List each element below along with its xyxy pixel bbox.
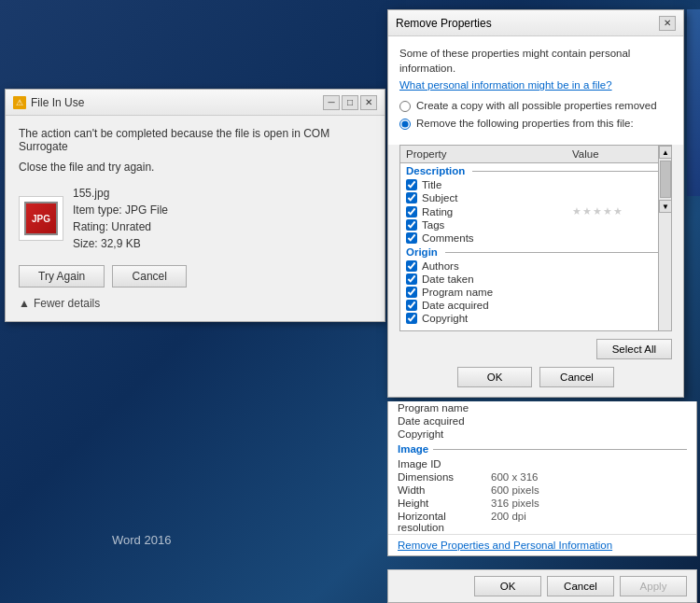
dimensions-label: Dimensions [398, 471, 491, 483]
option1-row: Create a copy with all possible properti… [399, 100, 672, 112]
titlebar-controls: ─ □ ✕ [323, 95, 377, 110]
dialog-sub: Close the file and try again. [19, 161, 371, 174]
remove-props-link[interactable]: Remove Properties and Personal Informati… [388, 534, 696, 555]
file-size: Size: 32,9 KB [73, 235, 168, 252]
rp-ok-button[interactable]: OK [457, 367, 532, 387]
prop-programname: Program name [422, 287, 572, 298]
table-row: Program name [400, 286, 671, 299]
remove-properties-dialog: Remove Properties ✕ Some of these proper… [387, 9, 684, 398]
file-type: Item type: JPG File [73, 202, 168, 218]
dialog-message: The action can't be completed because th… [19, 127, 371, 153]
file-info-row: JPG 155.jpg Item type: JPG File Rating: … [19, 185, 371, 252]
list-item: Image ID [388, 457, 696, 470]
rp-titlebar: Remove Properties ✕ [388, 10, 683, 36]
option1-label: Create a copy with all possible properti… [416, 100, 657, 111]
minimize-button[interactable]: ─ [323, 95, 340, 110]
rp-title: Remove Properties [396, 17, 492, 30]
authors-checkbox[interactable] [406, 260, 417, 272]
copyright-label: Copyright [398, 428, 491, 440]
list-item: Dimensions 600 x 316 [388, 470, 696, 484]
col-property: Property [406, 148, 572, 160]
list-item: Copyright [388, 428, 696, 441]
list-item: Height 316 pixels [388, 497, 696, 510]
col-value: Value [572, 148, 665, 160]
description-label: Description [406, 165, 465, 176]
programname-checkbox[interactable] [406, 287, 417, 298]
bottom-cancel-button[interactable]: Cancel [547, 576, 614, 596]
table-row: Date acquired [400, 299, 671, 312]
rp-action-buttons: OK Cancel [388, 367, 683, 397]
fewer-details-label: Fewer details [34, 297, 100, 310]
scrollbar-down[interactable]: ▼ [659, 200, 672, 213]
option2-radio[interactable] [399, 119, 411, 130]
prop-dateacquired: Date acquired [422, 300, 572, 311]
subject-checkbox[interactable] [406, 192, 417, 203]
collapse-icon: ▲ [19, 297, 30, 310]
scrollbar-up[interactable]: ▲ [659, 146, 672, 159]
table-header: Property Value [400, 146, 671, 163]
dimensions-value: 600 x 316 [491, 471, 539, 483]
dateacquired-checkbox[interactable] [406, 300, 417, 311]
option1-radio[interactable] [399, 101, 411, 112]
try-again-button[interactable]: Try Again [19, 265, 105, 287]
file-in-use-titlebar: ⚠ File In Use ─ □ ✕ [6, 90, 385, 116]
prop-datetaken: Date taken [422, 273, 572, 285]
width-label: Width [398, 484, 491, 496]
hresolution-value: 200 dpi [491, 511, 526, 533]
image-section-label: Image [398, 443, 428, 455]
imageid-label: Image ID [398, 458, 491, 470]
file-cancel-button[interactable]: Cancel [112, 265, 187, 287]
table-row: Tags [400, 218, 671, 231]
height-value: 316 pixels [491, 498, 539, 509]
star-rating: ★ ★ ★ ★ ★ [572, 205, 665, 217]
program-name-label: Program name [398, 402, 491, 414]
list-item: Program name [388, 401, 696, 414]
list-item: Horizontal resolution 200 dpi [388, 510, 696, 534]
fewer-details-button[interactable]: ▲ Fewer details [19, 297, 371, 310]
title-checkbox[interactable] [406, 179, 417, 190]
prop-authors: Authors [422, 260, 572, 272]
origin-section: Origin [400, 245, 671, 259]
width-value: 600 pixels [491, 484, 539, 496]
prop-comments: Comments [422, 232, 572, 244]
tags-checkbox[interactable] [406, 219, 417, 231]
table-row: Date taken [400, 273, 671, 286]
star1: ★ [572, 205, 581, 217]
rp-info-text: Some of these properties might contain p… [399, 46, 672, 76]
rating-checkbox[interactable] [406, 206, 417, 217]
description-line [472, 171, 665, 172]
title-left: ⚠ File In Use [13, 96, 84, 109]
warning-icon: ⚠ [13, 96, 26, 109]
origin-line [445, 252, 665, 253]
restore-button[interactable]: □ [342, 95, 358, 110]
select-all-button[interactable]: Select All [596, 339, 672, 359]
rp-body: Some of these properties might contain p… [388, 36, 683, 145]
height-label: Height [398, 498, 491, 509]
star5: ★ [613, 205, 623, 217]
image-section-header: Image [388, 441, 696, 457]
comments-checkbox[interactable] [406, 232, 417, 244]
datetaken-checkbox[interactable] [406, 273, 417, 285]
rp-info-link[interactable]: What personal information might be in a … [399, 79, 672, 91]
option2-row: Remove the following properties from thi… [399, 118, 672, 130]
table-row: Authors [400, 259, 671, 273]
close-button[interactable]: ✕ [360, 95, 377, 110]
prop-title: Title [422, 179, 572, 190]
file-in-use-title: File In Use [31, 96, 84, 109]
file-details: 155.jpg Item type: JPG File Rating: Unra… [73, 185, 168, 252]
copyright-checkbox[interactable] [406, 313, 417, 324]
bottom-apply-button[interactable]: Apply [620, 576, 687, 596]
rp-cancel-button[interactable]: Cancel [539, 367, 614, 387]
list-item: Date acquired [388, 414, 696, 428]
prop-rating: Rating [422, 206, 572, 217]
file-thumbnail: JPG [19, 196, 63, 241]
table-scrollbar[interactable]: ▲ ▼ [658, 146, 671, 330]
rp-close-button[interactable]: ✕ [659, 16, 676, 31]
star4: ★ [603, 205, 612, 217]
file-in-use-dialog: ⚠ File In Use ─ □ ✕ The action can't be … [5, 89, 385, 322]
dialog-buttons: Try Again Cancel [19, 265, 371, 287]
scrollbar-thumb[interactable] [660, 161, 671, 198]
file-rating: Rating: Unrated [73, 218, 168, 235]
file-name: 155.jpg [73, 185, 168, 202]
bottom-ok-button[interactable]: OK [474, 576, 541, 596]
